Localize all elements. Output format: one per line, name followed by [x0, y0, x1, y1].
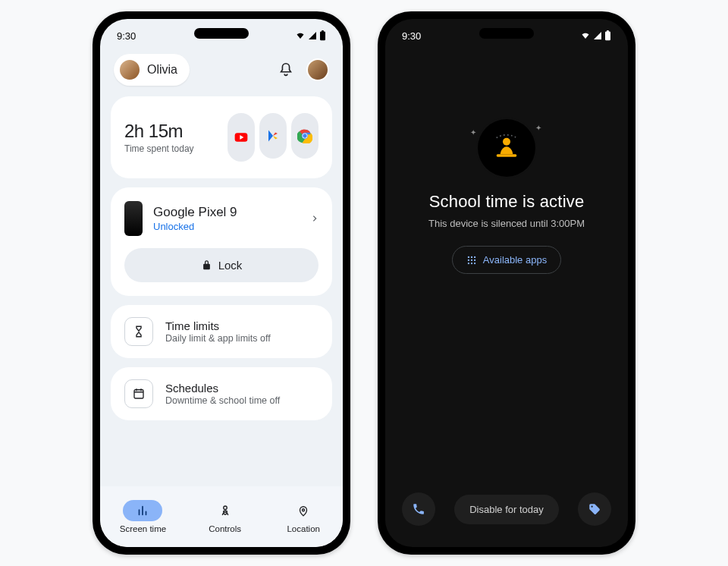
svg-point-17: [474, 259, 475, 260]
svg-point-19: [471, 262, 472, 263]
phone-right: 9:30 School time is active: [378, 11, 635, 555]
lock-button-label: Lock: [218, 259, 243, 272]
svg-point-20: [474, 262, 475, 263]
lock-icon: [201, 259, 212, 271]
time-limits-title: Time limits: [165, 319, 271, 332]
nav-controls[interactable]: Controls: [206, 500, 245, 533]
svg-rect-9: [605, 31, 610, 40]
status-bar: 9:30: [100, 19, 343, 45]
status-time: 9:30: [117, 30, 136, 42]
app-pill-play[interactable]: [259, 113, 287, 159]
svg-rect-10: [607, 30, 609, 32]
play-icon: [266, 129, 280, 143]
svg-point-7: [223, 506, 227, 510]
person-at-desk-icon: [491, 133, 522, 163]
child-avatar: [118, 58, 141, 81]
schedules-sub: Downtime & school time off: [165, 395, 280, 406]
status-icons-dark: [580, 30, 611, 41]
device-row[interactable]: Google Pixel 9 Unlocked: [124, 201, 318, 236]
hourglass-icon: [124, 317, 153, 346]
chrome-icon: [297, 128, 312, 143]
device-name: Google Pixel 9: [153, 205, 300, 220]
svg-rect-0: [320, 31, 325, 40]
svg-point-8: [303, 509, 305, 511]
time-limits-sub: Daily limit & app limits off: [165, 333, 271, 344]
header-row: Olivia: [100, 45, 343, 93]
phone-icon: [412, 502, 425, 516]
phone-left: 9:30 Olivia: [93, 11, 350, 555]
school-time-sub: This device is silenced until 3:00PM: [428, 218, 585, 229]
battery-icon: [604, 30, 611, 41]
svg-point-5: [303, 134, 306, 137]
device-card: Google Pixel 9 Unlocked Lock: [111, 187, 332, 296]
nav-location-label: Location: [287, 524, 319, 533]
bottom-nav: Screen time Controls Location: [100, 486, 343, 547]
svg-point-16: [471, 259, 472, 260]
svg-rect-1: [322, 30, 324, 32]
status-time-dark: 9:30: [402, 30, 421, 42]
time-limits-card[interactable]: Time limits Daily limit & app limits off: [111, 305, 332, 358]
app-pill-chrome[interactable]: [291, 113, 318, 159]
notifications-bell-icon[interactable]: [278, 61, 294, 78]
available-apps-button[interactable]: Available apps: [452, 246, 561, 274]
screen-family-link: 9:30 Olivia: [100, 19, 343, 547]
svg-point-15: [468, 259, 469, 260]
signal-icon: [308, 31, 317, 40]
svg-point-14: [474, 256, 475, 257]
apps-grid-icon: [466, 255, 477, 266]
battery-icon: [319, 30, 326, 41]
school-time-illustration: [478, 119, 535, 177]
wifi-icon: [295, 31, 306, 40]
svg-point-13: [471, 256, 472, 257]
chevron-right-icon: [311, 213, 318, 224]
calendar-icon: [124, 379, 153, 408]
signal-icon: [593, 31, 602, 40]
wifi-icon: [580, 31, 591, 40]
svg-rect-6: [134, 390, 143, 398]
disable-for-today-button[interactable]: Disable for today: [454, 495, 559, 524]
nav-screen-time[interactable]: Screen time: [120, 500, 166, 533]
schedules-title: Schedules: [165, 382, 280, 395]
available-apps-label: Available apps: [483, 254, 547, 266]
person-shield-icon: [218, 504, 232, 517]
screen-school-time: 9:30 School time is active: [385, 19, 628, 547]
child-selector-chip[interactable]: Olivia: [114, 54, 190, 86]
top-apps: [228, 113, 318, 162]
location-pin-icon: [297, 504, 310, 517]
youtube-icon: [234, 130, 249, 145]
status-icons: [295, 30, 326, 41]
nav-screen-time-label: Screen time: [120, 524, 166, 533]
app-pill-youtube[interactable]: [228, 113, 255, 162]
screen-time-card[interactable]: 2h 15m Time spent today: [111, 96, 332, 178]
schedules-card[interactable]: Schedules Downtime & school time off: [111, 367, 332, 420]
disable-label: Disable for today: [469, 504, 544, 515]
lock-button[interactable]: Lock: [124, 248, 318, 282]
screen-time-value: 2h 15m: [124, 121, 194, 142]
quick-action-button[interactable]: [578, 492, 611, 526]
svg-point-18: [468, 262, 469, 263]
school-time-title: School time is active: [429, 192, 585, 212]
svg-rect-11: [497, 154, 517, 156]
svg-point-12: [468, 256, 469, 257]
child-name: Olivia: [147, 63, 177, 77]
device-status: Unlocked: [153, 221, 300, 232]
nav-controls-label: Controls: [209, 524, 241, 533]
status-bar-dark: 9:30: [385, 19, 628, 45]
bar-chart-icon: [136, 504, 149, 517]
nav-location[interactable]: Location: [284, 500, 323, 533]
emergency-call-button[interactable]: [402, 492, 435, 526]
tag-icon: [588, 502, 601, 516]
device-thumbnail: [124, 201, 143, 236]
parent-avatar[interactable]: [306, 58, 329, 81]
screen-time-caption: Time spent today: [124, 143, 194, 154]
